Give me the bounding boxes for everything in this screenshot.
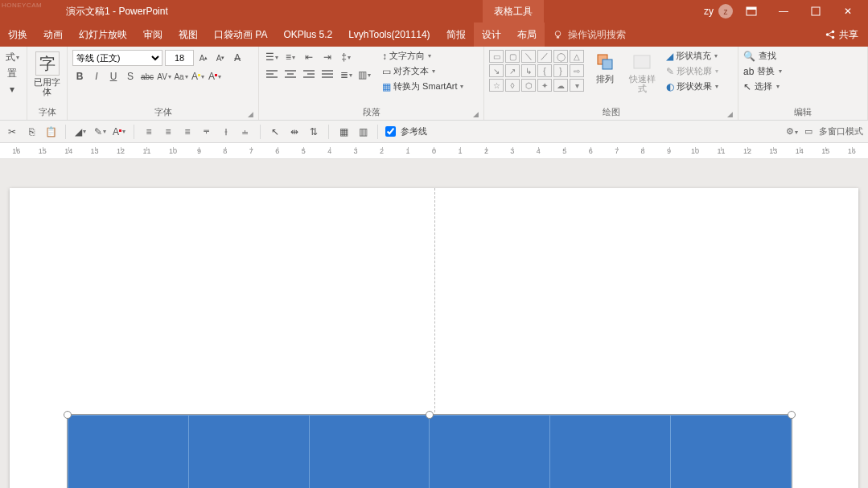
qat-shape-outline[interactable]: ✎▾: [93, 125, 107, 139]
quick-styles-button[interactable]: 快速样式: [626, 50, 658, 95]
shape-cloud-icon[interactable]: ☁: [553, 79, 568, 92]
slide-canvas[interactable]: [0, 159, 868, 488]
decrease-indent-button[interactable]: ⇤: [301, 50, 317, 64]
tab-view[interactable]: 视图: [171, 23, 206, 47]
shape-plus-icon[interactable]: ✦: [537, 79, 552, 92]
tab-review[interactable]: 审阅: [135, 23, 171, 47]
align-right-button[interactable]: [301, 68, 317, 82]
shapes-gallery[interactable]: ▭ ▢ ＼ ／ ◯ △ ↘ ↗ ↳ { } ⇨ ☆ ◊ ⬡ ✦ ☁ ▾: [489, 50, 584, 92]
multi-window-button[interactable]: 多窗口模式: [819, 125, 863, 137]
underline-button[interactable]: U: [106, 69, 121, 84]
replace-button[interactable]: ab替换▾: [743, 65, 782, 77]
char-spacing-button[interactable]: AV▾: [157, 69, 171, 84]
shadow-button[interactable]: S: [123, 69, 138, 84]
user-name[interactable]: zy: [704, 6, 714, 17]
shape-arrow3-icon[interactable]: ⇨: [570, 64, 584, 77]
qat-cursor[interactable]: ↖: [268, 125, 282, 139]
tab-okplus[interactable]: OKPlus 5.2: [275, 23, 340, 47]
tab-lvyhtools[interactable]: LvyhTools(201114): [340, 23, 438, 47]
qat-paste[interactable]: 📋: [43, 125, 58, 139]
font-color-button[interactable]: A▾: [208, 69, 222, 84]
columns-button[interactable]: ▥▾: [356, 68, 372, 82]
shape-outline-button[interactable]: ✎形状轮廓▾: [666, 65, 718, 77]
change-case-button[interactable]: Aa▾: [174, 69, 188, 84]
close-button[interactable]: ✕: [834, 0, 862, 23]
increase-font-icon[interactable]: A▴: [196, 51, 211, 65]
clear-formatting-icon[interactable]: A̶: [230, 51, 245, 65]
qat-align-center[interactable]: ≡: [161, 125, 175, 139]
resize-handle-n[interactable]: [426, 411, 434, 419]
tab-table-layout[interactable]: 布局: [509, 23, 545, 47]
numbering-button[interactable]: ≡▾: [282, 50, 298, 64]
shape-brace-icon[interactable]: {: [537, 64, 552, 77]
qat-distribute-v[interactable]: ⇅: [306, 125, 321, 139]
minimize-button[interactable]: —: [770, 0, 797, 23]
shape-oval-icon[interactable]: ◯: [553, 50, 568, 63]
distribute-button[interactable]: ≣▾: [338, 68, 354, 82]
shape-effects-button[interactable]: ◐形状效果▾: [666, 80, 718, 92]
font-dialog-launcher[interactable]: ◢: [248, 110, 253, 118]
qat-copy[interactable]: ⎘: [24, 125, 39, 139]
qat-shape-fill[interactable]: ◢▾: [73, 125, 88, 139]
shape-rounded-icon[interactable]: ▢: [505, 50, 520, 63]
table-header-row[interactable]: [68, 416, 792, 489]
shape-brace2-icon[interactable]: }: [553, 64, 568, 77]
reset-btn[interactable]: 置: [5, 66, 19, 80]
resize-handle-ne[interactable]: [788, 411, 796, 419]
justify-button[interactable]: [319, 68, 335, 82]
tab-table-design[interactable]: 设计: [474, 23, 509, 47]
qat-align-bottom[interactable]: ⫨: [238, 125, 253, 139]
shape-line2-icon[interactable]: ／: [537, 50, 552, 63]
shape-callout-icon[interactable]: ◊: [505, 79, 520, 92]
qat-align-right[interactable]: ≡: [180, 125, 195, 139]
section-btn[interactable]: ▾: [5, 82, 19, 96]
bold-button[interactable]: B: [72, 69, 87, 84]
qat-group[interactable]: ▦: [336, 125, 351, 139]
align-left-button[interactable]: [264, 68, 280, 82]
strikethrough-button[interactable]: abc: [140, 69, 154, 84]
shape-line-icon[interactable]: ＼: [521, 50, 536, 63]
shape-expand-icon[interactable]: ▾: [570, 79, 584, 92]
shape-arrow1-icon[interactable]: ↘: [489, 64, 504, 77]
select-button[interactable]: ↖选择▾: [743, 80, 782, 92]
format-btn[interactable]: 式▾: [5, 50, 19, 64]
paragraph-dialog-launcher[interactable]: ◢: [473, 110, 479, 118]
tab-jianbao[interactable]: 简报: [438, 23, 474, 47]
align-center-button[interactable]: [282, 68, 298, 82]
user-avatar[interactable]: z: [718, 4, 733, 18]
resize-handle-nw[interactable]: [64, 411, 72, 419]
maximize-button[interactable]: [802, 0, 829, 23]
shape-more-icon[interactable]: △: [570, 50, 584, 63]
drawing-dialog-launcher[interactable]: ◢: [727, 110, 733, 118]
tab-pocket-anim[interactable]: 口袋动画 PA: [206, 23, 275, 47]
shape-connector-icon[interactable]: ↳: [521, 64, 536, 77]
italic-button[interactable]: I: [89, 69, 104, 84]
shape-star-icon[interactable]: ☆: [489, 79, 504, 92]
tab-animations[interactable]: 动画: [35, 23, 71, 47]
guides-checkbox[interactable]: [385, 126, 396, 137]
qat-align-top[interactable]: ⫧: [200, 125, 214, 139]
bullets-button[interactable]: ☰▾: [264, 50, 280, 64]
horizontal-ruler[interactable]: 1615141312111098765432101234567891011121…: [0, 143, 868, 159]
align-text-button[interactable]: ▭对齐文本▾: [382, 65, 463, 77]
qat-ungroup[interactable]: ▥: [356, 125, 370, 139]
shape-hex-icon[interactable]: ⬡: [521, 79, 536, 92]
qat-format-painter[interactable]: ✂: [5, 125, 19, 139]
shape-fill-button[interactable]: ◢形状填充▾: [666, 50, 718, 62]
increase-indent-button[interactable]: ⇥: [319, 50, 335, 64]
ribbon-display-options-icon[interactable]: [738, 0, 765, 23]
convert-smartart-button[interactable]: ▦转换为 SmartArt▾: [382, 80, 463, 92]
qat-align-middle[interactable]: ⫲: [219, 125, 233, 139]
qat-distribute-h[interactable]: ⇹: [287, 125, 302, 139]
decrease-font-icon[interactable]: A▾: [213, 51, 228, 65]
line-spacing-button[interactable]: ‡▾: [338, 50, 354, 64]
tab-slideshow[interactable]: 幻灯片放映: [71, 23, 135, 47]
settings-icon[interactable]: ⚙▾: [786, 126, 798, 137]
highlight-button[interactable]: A▾: [191, 69, 205, 84]
tell-me-search[interactable]: 操作说明搜索: [545, 23, 634, 47]
window-mode-icon[interactable]: ▭: [804, 126, 812, 137]
shape-arrow2-icon[interactable]: ↗: [505, 64, 520, 77]
font-name-select[interactable]: 等线 (正文): [72, 50, 162, 66]
table-object[interactable]: [68, 415, 792, 488]
used-fonts-button[interactable]: 字 已用字 体: [32, 50, 62, 98]
